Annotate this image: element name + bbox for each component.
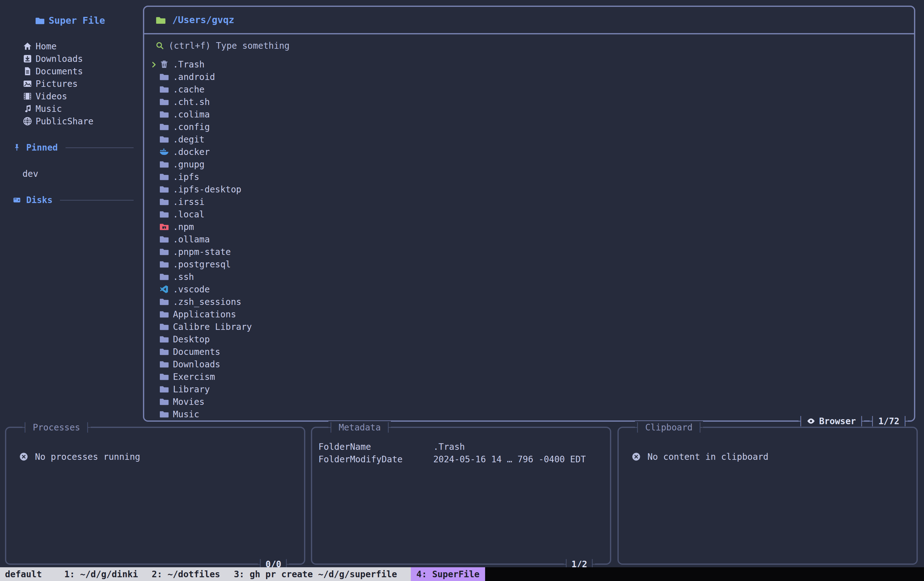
- file-name: Desktop: [173, 334, 210, 344]
- file-name: Exercism: [173, 372, 215, 382]
- file-name: .degit: [173, 134, 205, 144]
- cursor-arrow: [148, 209, 159, 219]
- file-row[interactable]: .cht.sh: [144, 96, 914, 108]
- sidebar-item-music[interactable]: Music: [6, 103, 139, 115]
- pictures-icon: [23, 79, 33, 89]
- file-name: .local: [173, 209, 205, 219]
- file-row[interactable]: .pnpm-state: [144, 245, 914, 258]
- file-row[interactable]: .degit: [144, 133, 914, 146]
- file-row[interactable]: .npm: [144, 220, 914, 233]
- file-row[interactable]: .local: [144, 208, 914, 220]
- superfile-app: Super File HomeDownloadsDocumentsPicture…: [0, 0, 924, 581]
- tmux-window-list: default 1: ~/d/g/dinki2: ~/dotfiles3: gh…: [0, 567, 485, 581]
- file-row[interactable]: Applications: [144, 308, 914, 321]
- folder-icon: [159, 359, 169, 369]
- sidebar: Super File HomeDownloadsDocumentsPicture…: [6, 5, 139, 206]
- app-title-label: Super File: [49, 15, 105, 26]
- sidebar-item-publicshare[interactable]: PublicShare: [6, 115, 139, 127]
- border-tick: ┤: [635, 421, 640, 434]
- processes-title-label: Processes: [28, 421, 85, 434]
- file-name: .ipfs: [173, 172, 199, 182]
- folder-icon: [159, 297, 169, 307]
- file-row[interactable]: Documents: [144, 346, 914, 358]
- cursor-arrow: [148, 147, 159, 157]
- clipboard-empty-label: No content in clipboard: [647, 452, 769, 462]
- folder-icon: [159, 234, 169, 244]
- x-circle-icon: [631, 452, 641, 462]
- file-row[interactable]: .vscode: [144, 283, 914, 296]
- file-row[interactable]: Movies: [144, 396, 914, 408]
- border-tick: ├: [859, 415, 865, 427]
- metadata-value: 2024-05-16 14 … 796 -0400 EDT: [433, 454, 586, 464]
- file-row[interactable]: .postgresql: [144, 258, 914, 270]
- current-path: /Users/gvqz: [172, 14, 234, 26]
- file-row[interactable]: .gnupg: [144, 158, 914, 170]
- sidebar-item-documents[interactable]: Documents: [6, 65, 139, 78]
- file-row[interactable]: .ollama: [144, 233, 914, 245]
- file-name: .pnpm-state: [173, 247, 231, 257]
- sidebar-item-label: Music: [36, 104, 62, 114]
- folder-icon: [159, 247, 169, 257]
- file-name: Downloads: [173, 359, 220, 369]
- sidebar-item-downloads[interactable]: Downloads: [6, 53, 139, 65]
- clipboard-panel-title: ┤ Clipboard ├: [635, 421, 703, 434]
- file-row[interactable]: Exercism: [144, 371, 914, 383]
- cursor-arrow: [148, 234, 159, 244]
- sidebar-item-home[interactable]: Home: [6, 40, 139, 53]
- docker-icon: [159, 147, 169, 157]
- tmux-window-1[interactable]: 1: ~/d/g/dinki: [64, 567, 138, 581]
- disk-icon: [13, 195, 21, 204]
- border-tick: ├: [698, 421, 703, 434]
- folder-icon: [159, 384, 169, 394]
- file-row[interactable]: .Trash: [144, 58, 914, 71]
- sidebar-item-videos[interactable]: Videos: [6, 90, 139, 103]
- file-row[interactable]: .colima: [144, 108, 914, 121]
- documents-icon: [23, 66, 33, 76]
- border-tick: ┤: [798, 415, 804, 427]
- pinned-item-dev[interactable]: dev: [6, 167, 139, 180]
- sidebar-nav: HomeDownloadsDocumentsPicturesVideosMusi…: [6, 40, 139, 127]
- disks-section-header: Disks: [6, 194, 139, 206]
- cursor-arrow: [148, 109, 159, 119]
- trash-icon: [159, 60, 169, 70]
- metadata-label: FolderModifyDate: [318, 454, 433, 464]
- tmux-window-4[interactable]: 4: SuperFile: [411, 567, 485, 581]
- globe-icon: [23, 116, 33, 126]
- tmux-window-3[interactable]: 3: gh pr create ~/d/g/superfile: [234, 567, 397, 581]
- file-browser-panel: /Users/gvqz (ctrl+f) Type something .Tra…: [143, 6, 915, 422]
- cursor-arrow: [148, 122, 159, 132]
- file-row[interactable]: Desktop: [144, 333, 914, 346]
- folder-icon: [159, 272, 169, 282]
- cursor-arrow: [148, 397, 159, 407]
- cursor-arrow: [148, 259, 159, 269]
- file-row[interactable]: .docker: [144, 146, 914, 158]
- clipboard-empty-message: No content in clipboard: [631, 452, 916, 462]
- file-row[interactable]: .irssi: [144, 195, 914, 208]
- cursor-arrow: [148, 97, 159, 107]
- file-row[interactable]: .android: [144, 71, 914, 83]
- file-name: .docker: [173, 147, 210, 157]
- file-row[interactable]: .ipfs-desktop: [144, 183, 914, 195]
- file-row[interactable]: .ipfs: [144, 170, 914, 183]
- file-name: .colima: [173, 109, 210, 119]
- file-name: Music: [173, 409, 199, 419]
- file-row[interactable]: Library: [144, 383, 914, 396]
- music-icon: [23, 104, 33, 114]
- file-row[interactable]: .zsh_sessions: [144, 296, 914, 308]
- border-tick: ┤: [870, 415, 875, 427]
- file-position-counter: 1/72: [875, 415, 903, 427]
- downloads-icon: [23, 54, 33, 64]
- file-row[interactable]: .cache: [144, 83, 914, 96]
- sidebar-item-pictures[interactable]: Pictures: [6, 78, 139, 90]
- tmux-window-2[interactable]: 2: ~/dotfiles: [152, 567, 220, 581]
- file-row[interactable]: .ssh: [144, 270, 914, 283]
- metadata-title-label: Metadata: [334, 421, 386, 434]
- folder-icon: [159, 409, 169, 419]
- cursor-arrow: [148, 409, 159, 419]
- search-bar[interactable]: (ctrl+f) Type something: [144, 39, 914, 52]
- file-row[interactable]: Downloads: [144, 358, 914, 371]
- folder-icon: [159, 309, 169, 319]
- file-name: Library: [173, 384, 210, 394]
- file-row[interactable]: .config: [144, 121, 914, 133]
- file-row[interactable]: Calibre Library: [144, 321, 914, 333]
